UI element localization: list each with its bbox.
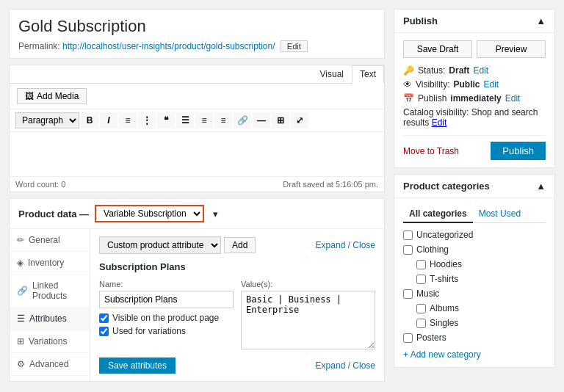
albums-checkbox[interactable] [416,304,426,313]
posters-checkbox[interactable] [403,333,413,343]
link-button[interactable]: 🔗 [234,112,251,128]
paragraph-select[interactable]: Paragraph [15,112,79,128]
add-media-row: 🖼 Add Media [10,84,384,109]
attributes-content: Custom product attribute Add Expand / Cl… [90,229,384,381]
tab-text[interactable]: Text [352,65,384,84]
blockquote-button[interactable]: ❝ [157,112,175,128]
align-right-button[interactable]: ≡ [214,112,232,128]
uncategorized-checkbox[interactable] [403,231,413,240]
list-item: Hoodies [403,258,546,270]
linked-icon: 🔗 [17,286,28,296]
permalink-url[interactable]: http://localhost/user-insights/product/g… [62,41,275,51]
add-category-link[interactable]: Add new category [403,349,546,360]
list-item: T-shirts [403,273,546,285]
attr-row: Name: Visible on the product page Used f… [99,280,375,352]
visibility-row: 👁 Visibility: Public Edit [403,79,546,90]
categories-list: Uncategorized Clothing Hoodies T-shirts [403,229,546,344]
visible-checkbox[interactable] [99,313,109,323]
ordered-list-button[interactable]: ⋮ [138,112,156,128]
permalink-edit-button[interactable]: Edit [281,40,308,52]
product-type-select[interactable]: Variable Subscription [95,205,204,222]
music-checkbox[interactable] [403,289,413,299]
categories-collapse-icon: ▲ [536,181,546,192]
list-item: Singles [403,317,546,329]
tab-inventory[interactable]: ◈ Inventory [10,252,90,275]
product-data-label: Product data — [18,208,89,219]
tshirts-checkbox[interactable] [416,275,426,284]
clothing-checkbox[interactable] [403,245,413,255]
hoodies-checkbox[interactable] [416,260,426,269]
save-attributes-button[interactable]: Save attributes [99,357,176,374]
advanced-icon: ⚙ [17,359,25,369]
unordered-list-button[interactable]: ≡ [119,112,137,128]
value-label: Value(s): [241,280,300,288]
categories-panel-header[interactable]: Product categories ▲ [394,175,554,198]
attr-value-col: Value(s): Basic | Business | Enterprise [241,280,375,352]
word-count: Word count: 0 [15,180,65,189]
save-draft-button[interactable]: Save Draft [403,40,472,58]
editor-tabs: Visual Text [10,65,384,84]
tab-attributes[interactable]: ☰ Attributes [10,308,90,330]
categories-panel: Product categories ▲ All categories Most… [394,174,555,368]
product-data-tabs: ✏ General ◈ Inventory 🔗 Linked Products … [10,229,90,381]
all-categories-tab[interactable]: All categories [403,206,473,223]
attr-values-input[interactable]: Basic | Business | Enterprise [241,291,375,349]
editor-body[interactable] [10,132,384,176]
visibility-edit-link[interactable]: Edit [483,79,499,90]
status-label: Status: [418,65,445,76]
list-item: Uncategorized [403,229,546,241]
name-label: Name: [99,280,158,288]
attr-name-input[interactable] [99,291,234,308]
permalink-row: Permalink: http://localhost/user-insight… [18,40,375,52]
expand-close-link[interactable]: Expand / Close [316,240,375,250]
publish-panel-header[interactable]: Publish ▲ [394,10,554,33]
post-title: Gold Subscription [18,17,375,36]
tab-linked-products[interactable]: 🔗 Linked Products [10,275,90,308]
category-tabs: All categories Most Used [403,206,546,223]
add-media-label: Add Media [37,91,79,101]
publish-button[interactable]: Publish [491,142,546,160]
singles-checkbox[interactable] [416,319,426,328]
most-used-tab[interactable]: Most Used [473,206,527,222]
publish-panel-body: Save Draft Preview 🔑 Status: Draft Edit … [394,33,554,167]
attr-section-title: Subscription Plans [99,261,375,272]
fullscreen-button[interactable]: ⤢ [291,112,308,128]
categories-panel-title: Product categories [403,181,490,192]
align-left-button[interactable]: ☰ [176,112,194,128]
attributes-icon: ☰ [17,313,25,324]
permalink-label: Permalink: [18,41,60,51]
editor-toolbar: Paragraph B I ≡ ⋮ ❝ ☰ ≡ ≡ 🔗 — ⊞ ⤢ [10,109,384,132]
tab-variations[interactable]: ⊞ Variations [10,330,90,353]
add-attribute-button[interactable]: Add [224,237,256,253]
media-icon: 🖼 [25,91,34,101]
used-for-check-label: Used for variations [99,326,234,336]
product-type-arrow[interactable]: ▾ [213,208,218,219]
align-center-button[interactable]: ≡ [195,112,213,128]
tab-visual[interactable]: Visual [312,65,352,83]
expand-close-bottom-link[interactable]: Expand / Close [316,360,375,371]
inventory-icon: ◈ [17,258,24,268]
tab-advanced[interactable]: ⚙ Advanced [10,353,90,376]
status-edit-link[interactable]: Edit [473,65,488,76]
italic-button[interactable]: I [100,112,118,128]
more-button[interactable]: — [253,112,270,128]
bold-button[interactable]: B [81,112,98,128]
toolbar-left: Custom product attribute Add [99,236,256,254]
catalog-visibility-row: Catalog visibility: Shop and search resu… [403,107,546,128]
variations-icon: ⊞ [17,336,24,346]
publish-time-value: immediately [450,93,501,104]
visible-label: Visible on the product page [112,313,219,323]
catalog-edit-link[interactable]: Edit [432,117,447,128]
publish-panel-title: Publish [403,15,438,26]
kitchen-sink-button[interactable]: ⊞ [272,112,289,128]
preview-button[interactable]: Preview [477,40,546,58]
add-media-button[interactable]: 🖼 Add Media [17,88,87,104]
product-data-body: ✏ General ◈ Inventory 🔗 Linked Products … [10,229,384,381]
move-to-trash-link[interactable]: Move to Trash [403,146,459,156]
used-for-checkbox[interactable] [99,327,109,336]
tab-general[interactable]: ✏ General [10,229,90,252]
product-data-panel: Product data — Variable Subscription ▾ ✏… [9,198,385,382]
attribute-type-select[interactable]: Custom product attribute [99,236,221,254]
publish-time-edit-link[interactable]: Edit [505,93,521,104]
list-item: Music [403,288,546,300]
